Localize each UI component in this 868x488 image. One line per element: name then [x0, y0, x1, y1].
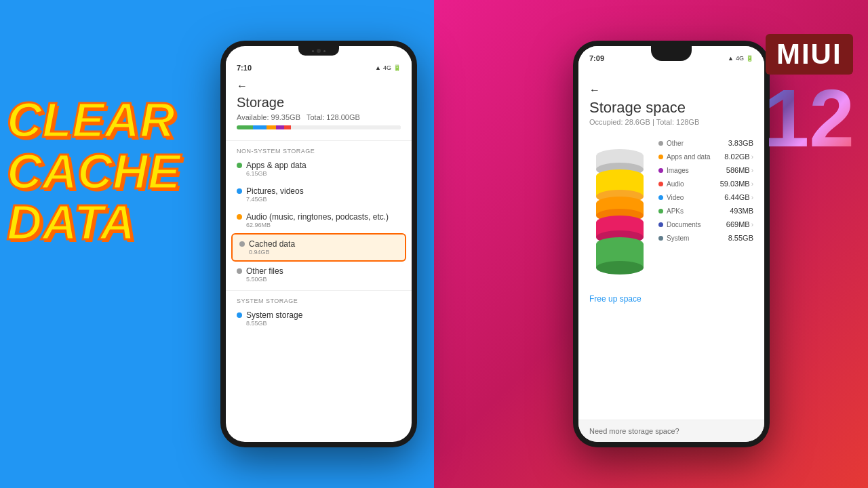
legend-apks: APKs 493MB — [658, 205, 753, 217]
phone1-top-bar — [226, 46, 412, 56]
non-system-label: NON-SYSTEM STORAGE — [226, 144, 412, 156]
storage-legend: Other 3.83GB Apps and data 8.0 — [658, 137, 753, 244]
phone2-back-arrow[interactable]: ← — [589, 84, 753, 96]
phone1-content: ← Storage Available: 99.35GB Total: 128.… — [226, 75, 412, 442]
bar-apps — [237, 125, 253, 129]
cylinder-svg — [589, 137, 650, 286]
bar-pics — [253, 125, 266, 129]
storage-available: Available: 99.35GB Total: 128.00GB — [237, 113, 401, 121]
free-up-space-link[interactable]: Free up space — [578, 291, 764, 306]
overlay-line1: CLEAR — [7, 95, 180, 146]
dot-audio — [237, 214, 242, 220]
storage-title: Storage — [237, 95, 401, 110]
cached-data-wrapper: Cached data 0.94GB — [226, 233, 412, 262]
storage-item-cache[interactable]: Cached data 0.94GB — [231, 233, 406, 262]
dot-audio2 — [658, 182, 663, 186]
divider2 — [226, 290, 412, 291]
phone1: 7:10 ▲ 4G 🔋 ← Storage Available: 99.35GB… — [220, 41, 417, 447]
storage-header: ← Storage Available: 99.35GB Total: 128.… — [226, 75, 412, 138]
miui-number: 12 — [764, 77, 854, 159]
speaker — [312, 50, 314, 52]
svg-point-15 — [596, 261, 644, 274]
need-more-storage: Need more storage space? — [578, 420, 764, 442]
phone2-time: 7:09 — [589, 54, 604, 62]
dot-other — [237, 268, 242, 274]
camera-bar — [298, 46, 339, 56]
dot-system — [237, 312, 242, 318]
storage-visual: Other 3.83GB Apps and data 8.0 — [578, 131, 764, 291]
bar-cache — [276, 125, 284, 129]
overlay-line2: CACHE — [7, 146, 180, 198]
phone1-status-bar: 7:10 ▲ 4G 🔋 — [226, 58, 412, 75]
dot-docs — [658, 222, 663, 227]
bar-audio — [267, 125, 277, 129]
legend-system: System 8.55GB — [658, 232, 753, 244]
miui-box: MIUI — [766, 34, 853, 75]
phone2-status-icons: ▲ 4G 🔋 — [728, 55, 753, 62]
phone2-content: ← Storage space Occupied: 28.6GB | Total… — [578, 65, 764, 442]
left-phone-wrapper: 7:10 ▲ 4G 🔋 ← Storage Available: 99.35GB… — [142, 41, 495, 447]
legend-audio[interactable]: Audio 59.03MB › — [658, 178, 753, 190]
dot-other2 — [658, 141, 663, 146]
storage-item-audio[interactable]: Audio (music, ringtones, podcasts, etc.)… — [226, 207, 412, 233]
storage-item-pictures[interactable]: Pictures, videos 7.45GB — [226, 182, 412, 207]
phone2-screen: 7:09 ▲ 4G 🔋 ← Storage space Occupied: 28… — [578, 46, 764, 442]
dot-apps — [237, 163, 242, 168]
legend-apps[interactable]: Apps and data 8.02GB › — [658, 150, 753, 163]
dot-pics — [237, 188, 242, 194]
phone1-status-icons: ▲ 4G 🔋 — [375, 64, 401, 71]
dot-video — [658, 195, 663, 200]
miui-badge: MIUI 12 — [764, 34, 854, 159]
legend-other: Other 3.83GB — [658, 137, 753, 149]
phone2-notch — [651, 46, 692, 61]
dot-images — [658, 168, 663, 173]
legend-docs[interactable]: Documents 669MB › — [658, 218, 753, 230]
cylinder-chart — [589, 137, 650, 286]
storage-space-title: Storage space — [589, 99, 753, 117]
dot-system2 — [658, 236, 663, 241]
storage-item-apps[interactable]: Apps & app data 6.15GB — [226, 156, 412, 182]
phone1-time: 7:10 — [237, 64, 252, 72]
dot-cache — [239, 241, 245, 247]
phone1-screen: 7:10 ▲ 4G 🔋 ← Storage Available: 99.35GB… — [226, 46, 412, 442]
phone2: 7:09 ▲ 4G 🔋 ← Storage space Occupied: 28… — [573, 41, 770, 447]
storage-item-other[interactable]: Other files 5.50GB — [226, 262, 412, 287]
dot-apks — [658, 209, 663, 214]
speaker2 — [323, 50, 326, 52]
miui-label: MIUI — [776, 38, 842, 70]
storage-item-system[interactable]: System storage 8.55GB — [226, 306, 412, 331]
bar-other — [284, 125, 291, 129]
divider1 — [226, 140, 412, 141]
camera-dot — [317, 49, 321, 53]
storage-bar — [237, 125, 401, 129]
dot-apps2 — [658, 155, 663, 159]
bar-free — [291, 125, 401, 129]
storage-space-header: ← Storage space Occupied: 28.6GB | Total… — [578, 65, 764, 131]
legend-video[interactable]: Video 6.44GB › — [658, 191, 753, 203]
storage-space-sub: Occupied: 28.6GB | Total: 128GB — [589, 118, 753, 126]
system-label: SYSTEM STORAGE — [226, 293, 412, 306]
legend-images[interactable]: Images 586MB › — [658, 164, 753, 176]
overlay-line3: DATA — [7, 197, 180, 249]
overlay-text: CLEAR CACHE DATA — [7, 95, 180, 249]
back-arrow-icon[interactable]: ← — [237, 80, 401, 92]
